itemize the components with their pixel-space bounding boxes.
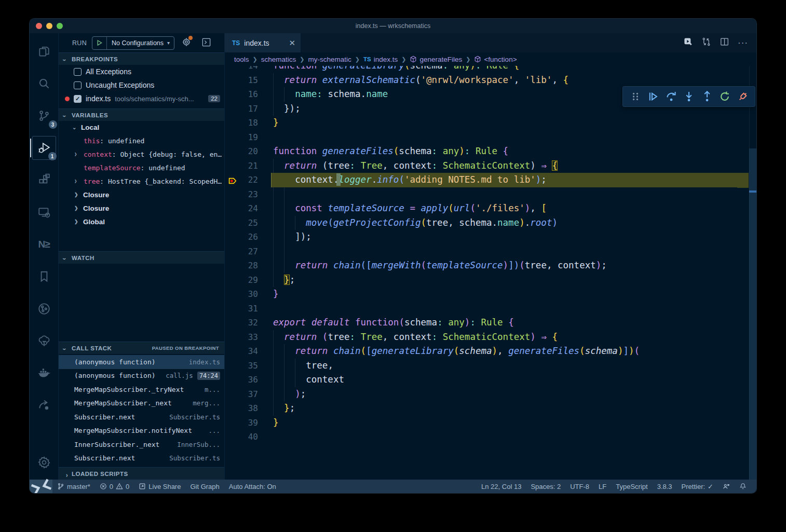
code-line[interactable]: 27 <box>225 244 756 259</box>
breadcrumb-item[interactable]: schematics <box>261 56 296 63</box>
remote-indicator[interactable] <box>30 480 52 493</box>
code-line[interactable]: 35 tree, <box>225 359 756 373</box>
tab-index-ts[interactable]: TS index.ts ✕ <box>225 33 301 52</box>
run-debug-icon[interactable]: 1 <box>32 136 56 160</box>
code-line[interactable]: 14function generateLibrary(schema: any):… <box>225 66 756 73</box>
disconnect-icon[interactable] <box>737 91 749 102</box>
breakpoint-row[interactable]: All Exceptions <box>59 65 224 78</box>
variable-scope-row[interactable]: ❯Closure <box>59 201 224 215</box>
code-line[interactable]: 23 <box>225 187 756 202</box>
auto-attach-status[interactable]: Auto Attach: On <box>224 483 281 490</box>
code-line[interactable]: 40 <box>225 430 756 444</box>
indentation-status[interactable]: Spaces: 2 <box>526 483 565 490</box>
breadcrumb-item[interactable]: <function> <box>474 56 517 63</box>
step-into-icon[interactable] <box>683 91 695 102</box>
code-line[interactable]: 22 context.logger.info('adding NOTES.md … <box>225 173 756 187</box>
variable-row[interactable]: templateSource: undefined <box>59 161 224 174</box>
test-explorer-icon[interactable] <box>32 329 56 353</box>
code-line[interactable]: 31 <box>225 302 756 316</box>
explorer-icon[interactable] <box>32 39 56 63</box>
code-line[interactable]: 26 ]); <box>225 230 756 244</box>
breakpoint-checkbox[interactable] <box>74 68 82 76</box>
settings-gear-icon[interactable] <box>32 451 56 474</box>
ts-version-status[interactable]: 3.8.3 <box>653 483 677 490</box>
loaded-scripts-section-header[interactable]: ⌄ LOADED SCRIPTS <box>59 467 224 480</box>
project-manager-icon[interactable] <box>32 297 56 321</box>
call-stack-section-header[interactable]: ⌄ CALL STACK PAUSED ON BREAKPOINT <box>59 342 224 354</box>
source-control-icon[interactable]: 3 <box>32 104 56 128</box>
call-stack-frame[interactable]: MergeMapSubscriber._tryNextm... <box>59 383 224 397</box>
call-stack-frame[interactable]: (anonymous function)index.ts <box>59 355 224 369</box>
variable-scope-row[interactable]: ❯Closure <box>59 188 224 201</box>
call-stack-frame[interactable]: (anonymous function)call.js74:24 <box>59 369 224 383</box>
notifications-bell-icon[interactable] <box>735 483 751 490</box>
cursor-position-status[interactable]: Ln 22, Col 13 <box>477 483 526 490</box>
call-stack-frame[interactable]: MergeMapSubscriber.notifyNext... <box>59 424 224 438</box>
code-line[interactable]: 29 }; <box>225 273 756 288</box>
code-line[interactable]: 15 return externalSchematic('@nrwl/works… <box>225 73 756 88</box>
continue-icon[interactable] <box>647 91 659 102</box>
close-window-button[interactable] <box>36 23 42 29</box>
code-line[interactable]: 21 return (tree: Tree, context: Schemati… <box>225 159 756 173</box>
breakpoint-checkbox[interactable] <box>74 81 82 89</box>
step-over-icon[interactable] <box>666 91 677 102</box>
code-line[interactable]: 39} <box>225 416 756 430</box>
language-mode-status[interactable]: TypeScript <box>611 483 652 490</box>
breadcrumb-item[interactable]: tools <box>234 56 249 63</box>
code-line[interactable]: 30} <box>225 287 756 302</box>
code-line[interactable]: 18} <box>225 116 756 130</box>
breadcrumb-item[interactable]: generateFiles <box>410 56 462 63</box>
breadcrumb-item[interactable]: my-schematic <box>308 56 351 63</box>
start-debug-icon[interactable] <box>92 37 107 49</box>
breakpoint-checkbox[interactable]: ✓ <box>74 95 82 103</box>
code-line[interactable]: 28 return chain([mergeWith(templateSourc… <box>225 258 756 273</box>
zoom-window-button[interactable] <box>57 23 63 29</box>
debug-console-icon[interactable] <box>201 37 211 49</box>
call-stack-frame[interactable]: InnerSubscriber._nextInnerSub... <box>59 438 224 452</box>
close-tab-icon[interactable]: ✕ <box>289 38 295 48</box>
call-stack-frame[interactable]: Subscriber.nextSubscriber.ts <box>59 410 224 424</box>
variable-scope-row[interactable]: ❯Global <box>59 215 224 228</box>
encoding-status[interactable]: UTF-8 <box>565 483 594 490</box>
git-branch-status[interactable]: master* <box>52 483 95 490</box>
launch-configuration-dropdown[interactable]: No Configurations ▾ <box>92 36 174 50</box>
code-line[interactable]: 38 }; <box>225 401 756 416</box>
toolbar-drag-handle[interactable] <box>630 91 641 102</box>
code-line[interactable]: 20function generateFiles(schema: any): R… <box>225 144 756 159</box>
code-line[interactable]: 33 return (tree: Tree, context: Schemati… <box>225 330 756 345</box>
bookmarks-icon[interactable] <box>32 265 56 289</box>
code-editor[interactable]: 14function generateLibrary(schema: any):… <box>225 66 756 480</box>
step-out-icon[interactable] <box>701 91 713 102</box>
docker-icon[interactable] <box>32 361 56 385</box>
restart-icon[interactable] <box>719 91 730 102</box>
code-line[interactable]: 19 <box>225 130 756 145</box>
search-icon[interactable] <box>32 72 56 96</box>
prettier-status[interactable]: Prettier: ✓ <box>677 483 718 490</box>
minimize-window-button[interactable] <box>46 23 52 29</box>
code-line[interactable]: 37 ); <box>225 387 756 402</box>
live-share-icon[interactable] <box>32 393 56 417</box>
remote-explorer-icon[interactable] <box>32 200 56 224</box>
feedback-icon[interactable] <box>718 483 735 490</box>
code-line[interactable]: 24 const templateSource = apply(url('./f… <box>225 201 756 216</box>
call-stack-frame[interactable]: Subscriber.nextSubscriber.ts <box>59 452 224 466</box>
more-actions-icon[interactable]: ··· <box>738 38 748 48</box>
eol-status[interactable]: LF <box>594 483 611 490</box>
split-editor-icon[interactable] <box>720 37 729 49</box>
configure-gear-icon[interactable] <box>182 37 191 48</box>
variable-row[interactable]: ❯context: Object {debug: false, en… <box>59 147 224 161</box>
breakpoint-row[interactable]: ✓index.tstools/schematics/my-sch...22 <box>59 92 224 105</box>
variable-row[interactable]: ❯tree: HostTree {_backend: ScopedH… <box>59 174 224 188</box>
code-line[interactable]: 36 context <box>225 373 756 387</box>
code-line[interactable]: 25 move(getProjectConfig(tree, schema.na… <box>225 216 756 230</box>
watch-section-header[interactable]: ⌄ WATCH <box>59 251 224 264</box>
variable-row[interactable]: this: undefined <box>59 134 224 147</box>
problems-status[interactable]: 0 0 <box>95 483 134 490</box>
run-or-debug-icon[interactable] <box>683 37 693 49</box>
nx-console-icon[interactable]: N≥ <box>32 233 56 256</box>
breadcrumb-item[interactable]: TSindex.ts <box>363 56 398 63</box>
breakpoint-row[interactable]: Uncaught Exceptions <box>59 78 224 92</box>
code-line[interactable]: 34 return chain([generateLibrary(schema)… <box>225 344 756 359</box>
live-share-status[interactable]: Live Share <box>134 483 185 490</box>
open-changes-icon[interactable] <box>701 37 711 49</box>
